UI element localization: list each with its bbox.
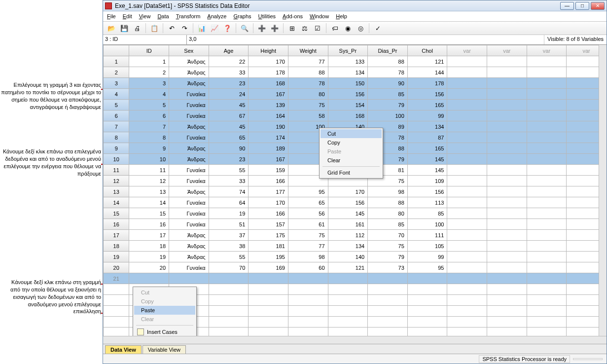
cell[interactable]: Άνδρας (169, 241, 209, 252)
cell[interactable]: 145 (328, 208, 368, 219)
cell[interactable]: Άνδρας (169, 186, 209, 197)
menu-item-cut[interactable]: Cut (321, 129, 382, 138)
cell[interactable]: Άνδρας (169, 56, 209, 67)
menu-item-copy[interactable]: Copy (321, 138, 382, 147)
cell[interactable]: 178 (249, 67, 288, 78)
col-header-empty[interactable]: var (527, 45, 567, 56)
row-header[interactable]: 14 (104, 197, 129, 208)
cell[interactable]: 5 (129, 100, 169, 110)
cell[interactable]: 90 (368, 78, 408, 89)
cell[interactable]: 95 (407, 262, 447, 273)
cell[interactable]: 178 (407, 78, 447, 89)
cell[interactable]: 90 (209, 143, 249, 154)
cell[interactable]: 154 (328, 100, 368, 110)
row-header[interactable]: 18 (104, 241, 129, 252)
menu-item-paste[interactable]: Paste (134, 306, 195, 315)
cell[interactable]: 23 (209, 78, 249, 89)
cell[interactable]: 156 (328, 89, 368, 100)
menu-graphs[interactable]: Graphs (233, 13, 251, 19)
menu-item-clear[interactable]: Clear (321, 156, 382, 165)
cell[interactable]: 38 (209, 241, 249, 252)
cell[interactable]: 4 (129, 89, 169, 100)
cell[interactable]: 170 (249, 197, 288, 208)
cell[interactable]: 109 (407, 176, 447, 186)
table-row[interactable]: 2020Γυναίκα70169601217395 (104, 262, 607, 273)
context-menu-cells[interactable]: CutCopyPasteClearGrid Font (319, 128, 383, 179)
context-menu-row[interactable]: CutCopyPasteClearInsert Cases (133, 287, 197, 336)
tab-variable-view[interactable]: Variable View (143, 345, 186, 354)
cell[interactable]: 195 (249, 252, 288, 262)
row-header[interactable]: 13 (104, 186, 129, 197)
dialog-recall-icon[interactable]: 📋 (149, 23, 160, 34)
titlebar[interactable]: Exe_1.sav [DataSet1] - SPSS Statistics D… (103, 0, 607, 11)
table-row[interactable]: 1717Άνδρας371757511270111 (104, 230, 607, 241)
cell[interactable]: 7 (129, 121, 169, 132)
spell-icon[interactable]: ✓ (372, 23, 383, 34)
menu-utilities[interactable]: Utilities (258, 13, 276, 19)
cell[interactable]: 22 (209, 56, 249, 67)
print-icon[interactable]: 🖨 (132, 23, 143, 34)
cell[interactable]: 20 (129, 262, 169, 273)
cell[interactable]: 100 (368, 110, 408, 121)
table-row[interactable]: 21 (104, 273, 607, 284)
menu-edit[interactable]: Edit (123, 13, 132, 19)
cell[interactable]: 74 (209, 186, 249, 197)
cell[interactable]: 177 (249, 186, 288, 197)
cell[interactable]: Γυναίκα (169, 176, 209, 186)
insert-var-icon[interactable]: ➕ (269, 23, 280, 34)
cell[interactable]: 33 (209, 67, 249, 78)
table-row[interactable]: 55Γυναίκα451397515479165 (104, 100, 607, 110)
cell[interactable]: 75 (368, 241, 408, 252)
row-header[interactable]: 17 (104, 230, 129, 241)
cell[interactable]: 156 (328, 197, 368, 208)
cell[interactable]: 166 (249, 208, 288, 219)
table-row[interactable]: 33Άνδρας231687815090178 (104, 78, 607, 89)
find-icon[interactable]: 🔍 (239, 23, 250, 34)
cell[interactable]: 134 (407, 121, 447, 132)
row-header[interactable]: 1 (104, 56, 129, 67)
col-header-Dias_Pr[interactable]: Dias_Pr (368, 45, 408, 56)
row-header[interactable]: 8 (104, 132, 129, 143)
insert-case-icon[interactable]: ➕ (256, 23, 267, 34)
row-header[interactable]: 11 (104, 165, 129, 176)
cell[interactable]: 156 (407, 89, 447, 100)
cell[interactable]: 161 (328, 219, 368, 230)
cell[interactable]: 15 (129, 208, 169, 219)
cell[interactable]: Γυναίκα (169, 197, 209, 208)
cell[interactable]: 168 (249, 78, 288, 89)
cell[interactable]: 1 (129, 56, 169, 67)
cell[interactable]: 16 (129, 219, 169, 230)
cell[interactable]: 159 (249, 165, 288, 176)
cell[interactable]: 11 (129, 165, 169, 176)
cell[interactable]: 65 (209, 132, 249, 143)
cell[interactable]: 88 (368, 56, 408, 67)
menu-view[interactable]: View (139, 13, 151, 19)
table-row[interactable]: 1313Άνδρας741779517098156 (104, 186, 607, 197)
cell[interactable]: Γυναίκα (169, 219, 209, 230)
cell[interactable]: 165 (407, 143, 447, 154)
cell[interactable]: 157 (249, 219, 288, 230)
cell-value[interactable]: 3,0 (187, 35, 544, 44)
col-header-empty[interactable]: var (447, 45, 487, 56)
menu-item-grid-font[interactable]: Grid Font (321, 168, 382, 177)
cell[interactable]: 6 (129, 110, 169, 121)
cell[interactable]: 18 (129, 241, 169, 252)
table-row[interactable]: 44Γυναίκα241678015685156 (104, 89, 607, 100)
cell[interactable]: 174 (249, 132, 288, 143)
cell[interactable]: 133 (328, 56, 368, 67)
col-header-Chol[interactable]: Chol (407, 45, 447, 56)
table-row[interactable]: 1515Γυναίκα19166561458085 (104, 208, 607, 219)
cell[interactable]: 88 (288, 67, 328, 78)
menu-window[interactable]: Window (310, 13, 329, 19)
menu-data[interactable]: Data (157, 13, 169, 19)
cell[interactable]: 79 (368, 100, 408, 110)
cell[interactable]: 51 (209, 219, 249, 230)
table-row[interactable]: 1414Γυναίκα641706515688113 (104, 197, 607, 208)
col-header-ID[interactable]: ID (129, 45, 169, 56)
cell[interactable]: 12 (129, 176, 169, 186)
cell[interactable]: 80 (288, 89, 328, 100)
cell[interactable]: 77 (288, 241, 328, 252)
cell[interactable]: Γυναίκα (169, 262, 209, 273)
cell[interactable]: 33 (209, 176, 249, 186)
cell[interactable]: 85 (368, 89, 408, 100)
